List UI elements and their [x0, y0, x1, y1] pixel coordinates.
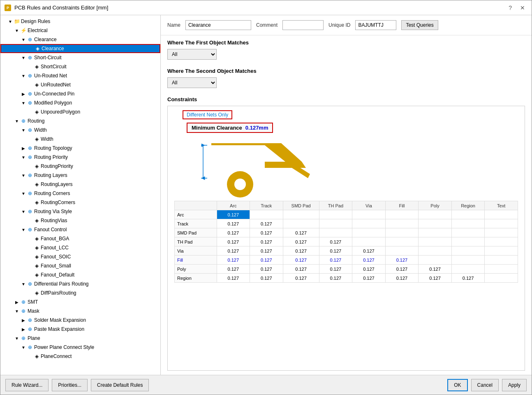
rule-wizard-button[interactable]: Rule Wizard...: [5, 379, 49, 391]
row-label: Region: [175, 274, 217, 283]
matrix-cell[interactable]: 0.127: [419, 274, 452, 283]
close-button[interactable]: ✕: [518, 4, 527, 12]
tree-item-fanout-default[interactable]: ◈ Fanout_Default: [0, 270, 160, 279]
matrix-cell[interactable]: 0.127: [419, 265, 452, 274]
matrix-cell[interactable]: 0.127: [352, 246, 386, 256]
matrix-cell[interactable]: 0.127: [319, 256, 352, 265]
tree-item-fanout-lcc[interactable]: ◈ Fanout_LCC: [0, 243, 160, 252]
tree-item-routing-corners-rule[interactable]: ◈ RoutingCorners: [0, 198, 160, 207]
tree-item-routing-layers-rule[interactable]: ◈ RoutingLayers: [0, 180, 160, 189]
matrix-cell[interactable]: 0.127: [217, 256, 250, 265]
matrix-cell[interactable]: 0.127: [283, 237, 319, 246]
matrix-cell[interactable]: 0.127: [385, 274, 419, 283]
matrix-cell[interactable]: 0.127: [217, 228, 250, 237]
tree-item-routing-vias[interactable]: ◈ RoutingVias: [0, 216, 160, 225]
matrix-cell[interactable]: 0.127: [319, 237, 352, 246]
tree-item-fanout-control[interactable]: ▼ ⊕ Fanout Control: [0, 225, 160, 234]
matrix-cell[interactable]: 0.127: [217, 210, 250, 219]
tree-item-fanout-small[interactable]: ◈ Fanout_Small: [0, 261, 160, 270]
matrix-cell[interactable]: 0.127: [250, 219, 283, 228]
matrix-cell: [451, 210, 485, 219]
matrix-cell: [319, 219, 352, 228]
matrix-cell[interactable]: 0.127: [283, 246, 319, 256]
matrix-cell[interactable]: 0.127: [283, 228, 319, 237]
tree-item-plane[interactable]: ▼ ⊕ Plane: [0, 334, 160, 343]
constraints-content[interactable]: Different Nets Only Minimum Clearance 0.…: [167, 106, 525, 371]
matrix-cell[interactable]: 0.127: [352, 274, 386, 283]
tree-item-routing-corners[interactable]: ▼ ⊕ Routing Corners: [0, 189, 160, 198]
matrix-cell[interactable]: 0.127: [352, 256, 386, 265]
second-object-dropdown[interactable]: All Net Net Class Layer: [167, 77, 217, 88]
tree-item-mask[interactable]: ▼ ⊕ Mask: [0, 307, 160, 316]
matrix-cell[interactable]: 0.127: [217, 237, 250, 246]
matrix-cell[interactable]: 0.127: [352, 265, 386, 274]
first-object-dropdown[interactable]: All Net Net Class Layer: [167, 49, 217, 60]
tree-item-routing-layers[interactable]: ▼ ⊕ Routing Layers: [0, 171, 160, 180]
matrix-cell[interactable]: 0.127: [319, 246, 352, 256]
tree-item-routing-priority[interactable]: ▼ ⊕ Routing Priority: [0, 153, 160, 162]
matrix-cell[interactable]: 0.127: [217, 246, 250, 256]
tree-item-routing-topology[interactable]: ▶ ⊕ Routing Topology: [0, 144, 160, 153]
tree-container[interactable]: ▼ 📁 Design Rules ▼ ⚡ Electrical ▼ ⊕ Clea…: [0, 15, 160, 375]
tree-item-unroutednet[interactable]: ◈ UnRoutedNet: [0, 80, 160, 89]
tree-item-un-connected-pin[interactable]: ▶ ⊕ Un-Connected Pin: [0, 89, 160, 98]
help-button[interactable]: ?: [506, 4, 514, 12]
test-queries-button[interactable]: Test Queries: [401, 20, 438, 30]
tree-item-short-circuit[interactable]: ▼ ⊕ Short-Circuit: [0, 53, 160, 62]
matrix-cell[interactable]: 0.127: [319, 265, 352, 274]
tree-item-solder-mask[interactable]: ▶ ⊕ Solder Mask Expansion: [0, 316, 160, 325]
matrix-cell[interactable]: 0.127: [250, 265, 283, 274]
matrix-cell[interactable]: 0.127: [250, 256, 283, 265]
tree-item-fanout-bga[interactable]: ◈ Fanout_BGA: [0, 234, 160, 243]
tree-item-width[interactable]: ▼ ⊕ Width: [0, 125, 160, 135]
window-title: PCB Rules and Constraints Editor [mm]: [14, 5, 108, 11]
comment-input[interactable]: [282, 20, 324, 30]
matrix-cell[interactable]: 0.127: [283, 274, 319, 283]
create-default-rules-button[interactable]: Create Default Rules: [91, 379, 149, 391]
tree-item-unpoured-polygon[interactable]: ◈ UnpouredPolygon: [0, 107, 160, 116]
tree-item-design-rules[interactable]: ▼ 📁 Design Rules: [0, 17, 160, 26]
tree-item-electrical[interactable]: ▼ ⚡ Electrical: [0, 26, 160, 35]
matrix-cell[interactable]: 0.127: [217, 265, 250, 274]
tree-item-shortcircuit[interactable]: ◈ ShortCircuit: [0, 62, 160, 71]
matrix-container[interactable]: Arc Track SMD Pad TH Pad Via Fill Poly R…: [174, 201, 518, 283]
matrix-cell: [485, 210, 518, 219]
matrix-cell[interactable]: 0.127: [451, 274, 485, 283]
tree-item-width-rule[interactable]: ◈ Width: [0, 135, 160, 144]
tree-item-diff-pairs-routing-rule[interactable]: ◈ DiffPairsRouting: [0, 288, 160, 297]
tree-item-smt[interactable]: ▶ ⊕ SMT: [0, 297, 160, 307]
tree-item-diff-pairs-routing[interactable]: ▼ ⊕ Differential Pairs Routing: [0, 279, 160, 288]
tree-item-clearance[interactable]: ◈ Clearance: [0, 44, 160, 53]
tree-item-paste-mask[interactable]: ▶ ⊕ Paste Mask Expansion: [0, 325, 160, 334]
spacer: [27, 253, 33, 260]
matrix-cell[interactable]: 0.127: [385, 265, 419, 274]
matrix-cell[interactable]: 0.127: [250, 274, 283, 283]
matrix-cell[interactable]: 0.127: [319, 274, 352, 283]
ok-button[interactable]: OK: [447, 379, 467, 391]
cancel-button[interactable]: Cancel: [471, 379, 499, 391]
tree-item-fanout-soic[interactable]: ◈ Fanout_SOIC: [0, 252, 160, 261]
matrix-cell[interactable]: 0.127: [250, 228, 283, 237]
matrix-cell[interactable]: 0.127: [217, 274, 250, 283]
tree-item-plane-connect[interactable]: ◈ PlaneConnect: [0, 352, 160, 361]
matrix-cell[interactable]: 0.127: [385, 256, 419, 265]
tree-item-modified-polygon[interactable]: ▼ ⊕ Modified Polygon: [0, 98, 160, 107]
tree-item-routing-via-style[interactable]: ▼ ⊕ Routing Via Style: [0, 207, 160, 216]
name-input[interactable]: [185, 20, 251, 30]
priorities-button[interactable]: Priorities...: [52, 379, 88, 391]
matrix-header-row: Arc Track SMD Pad TH Pad Via Fill Poly R…: [175, 201, 518, 210]
tree-item-routing[interactable]: ▼ ⊕ Routing: [0, 116, 160, 125]
matrix-cell[interactable]: 0.127: [283, 256, 319, 265]
matrix-cell[interactable]: 0.127: [250, 237, 283, 246]
uniqueid-input[interactable]: [355, 20, 396, 30]
tree-item-un-routed-net[interactable]: ▼ ⊕ Un-Routed Net: [0, 71, 160, 80]
tree-item-power-plane-connect[interactable]: ▼ ⊕ Power Plane Connect Style: [0, 343, 160, 352]
apply-button[interactable]: Apply: [502, 379, 527, 391]
matrix-cell[interactable]: 0.127: [217, 219, 250, 228]
expand-icon: ▼: [20, 208, 27, 215]
diff-nets-badge[interactable]: Different Nets Only: [183, 110, 232, 119]
tree-item-clearance-group[interactable]: ▼ ⊕ Clearance: [0, 35, 160, 44]
matrix-cell[interactable]: 0.127: [283, 265, 319, 274]
matrix-cell[interactable]: 0.127: [250, 246, 283, 256]
tree-item-routing-priority-rule[interactable]: ◈ RoutingPriority: [0, 162, 160, 171]
